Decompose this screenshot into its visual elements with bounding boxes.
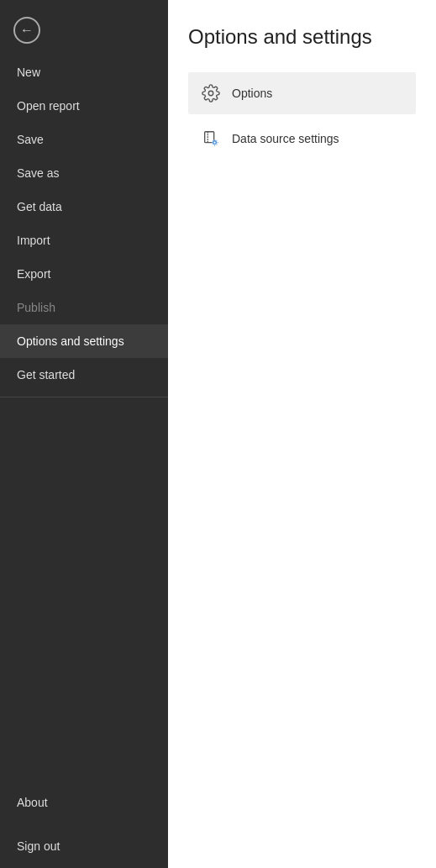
- sidebar-item-sign-out[interactable]: Sign out: [0, 824, 168, 868]
- nav-divider: [0, 397, 168, 397]
- main-content: Options and settings Options Data source…: [168, 0, 436, 868]
- back-circle-icon[interactable]: ←: [13, 17, 40, 44]
- page-title: Options and settings: [188, 25, 416, 49]
- sidebar-nav: New Open report Save Save as Get data Im…: [0, 52, 168, 781]
- sidebar-item-export[interactable]: Export: [0, 257, 168, 291]
- options-setting-item[interactable]: Options: [188, 72, 416, 114]
- sidebar-item-new[interactable]: New: [0, 55, 168, 89]
- sidebar-item-publish[interactable]: Publish: [0, 291, 168, 324]
- sidebar-item-get-started[interactable]: Get started: [0, 358, 168, 392]
- sidebar-item-about[interactable]: About: [0, 781, 168, 824]
- gear-icon: [202, 84, 220, 103]
- data-source-settings-item[interactable]: Data source settings: [188, 118, 416, 160]
- sidebar-item-save[interactable]: Save: [0, 123, 168, 156]
- sidebar-item-get-data[interactable]: Get data: [0, 190, 168, 224]
- sidebar: ← New Open report Save Save as Get data …: [0, 0, 168, 868]
- svg-point-0: [208, 91, 213, 96]
- back-button[interactable]: ←: [0, 0, 168, 52]
- sidebar-item-import[interactable]: Import: [0, 224, 168, 257]
- options-label: Options: [232, 87, 272, 100]
- back-arrow-icon: ←: [20, 24, 34, 37]
- sidebar-item-save-as[interactable]: Save as: [0, 156, 168, 190]
- datasource-icon: [202, 129, 220, 148]
- data-source-settings-label: Data source settings: [232, 132, 339, 145]
- sidebar-item-options-and-settings[interactable]: Options and settings: [0, 324, 168, 358]
- sidebar-bottom: About Sign out: [0, 781, 168, 868]
- sidebar-item-open-report[interactable]: Open report: [0, 89, 168, 123]
